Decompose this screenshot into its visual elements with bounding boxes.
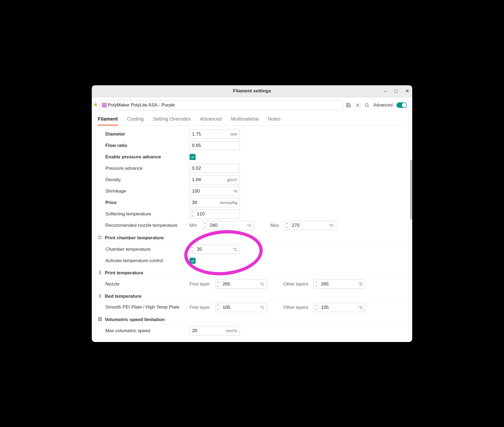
bed-first-input[interactable]: [220, 305, 260, 310]
search-icon[interactable]: [364, 102, 370, 108]
bed-first-field[interactable]: ▲▼ °C: [215, 303, 267, 312]
unit-pct: %: [234, 189, 240, 193]
min-label: Min: [190, 223, 197, 228]
tab-filament[interactable]: Filament: [98, 116, 118, 125]
rec-min-field[interactable]: ▲▼ °C: [202, 221, 254, 230]
price-field[interactable]: money/kg: [190, 198, 240, 207]
diameter-input[interactable]: [190, 131, 231, 137]
nozzle-other-field[interactable]: ▲▼ °C: [314, 280, 365, 289]
price-label: Price: [105, 200, 190, 205]
chamber-temp-label: Chamber temperature: [105, 247, 190, 252]
unit-mm3s: mm³/s: [226, 328, 240, 333]
nozzle-first-spinner[interactable]: ▲▼: [216, 280, 220, 288]
bed-first-spinner[interactable]: ▲▼: [216, 303, 220, 312]
section-print-label: Print temperature: [105, 270, 143, 276]
rec-min-input[interactable]: [207, 223, 247, 228]
nozzle-first-input[interactable]: [220, 281, 260, 287]
nozzle-other-input[interactable]: [319, 281, 358, 287]
section-print-temperature: Print temperature: [97, 270, 407, 278]
tab-notes[interactable]: Notes: [268, 116, 281, 125]
save-icon[interactable]: [346, 102, 351, 108]
max-vol-input[interactable]: [190, 328, 226, 334]
unit-degc: °C: [260, 305, 267, 310]
grid-icon: [97, 317, 103, 323]
enable-pa-label: Enable pressure advance: [105, 154, 190, 160]
shrinkage-label: Shrinkage: [105, 189, 190, 194]
other-layers-label: Other layers: [283, 305, 308, 310]
activate-tc-checkbox[interactable]: [190, 258, 196, 264]
thermometer-icon: [97, 270, 103, 276]
flow-ratio-label: Flow ratio: [105, 143, 190, 148]
diameter-field[interactable]: mm: [190, 130, 240, 139]
unit-degc: °C: [233, 247, 240, 252]
minimize-button[interactable]: –: [382, 88, 388, 94]
other-layers-label: Other layers: [283, 281, 308, 287]
settings-tabs: Filament Cooling Setting Overrides Advan…: [97, 116, 407, 126]
first-layer-label: First layer: [190, 305, 210, 310]
activate-tc-label: Activate temperature control: [105, 258, 190, 263]
nozzle-first-field[interactable]: ▲▼ °C: [215, 280, 267, 289]
softening-input[interactable]: [195, 211, 240, 217]
heat-icon: [97, 235, 103, 241]
max-label: Max: [270, 223, 279, 228]
flow-ratio-field[interactable]: [190, 141, 240, 150]
bed-other-input[interactable]: [319, 305, 358, 310]
section-bed-temperature: Bed temperature: [97, 294, 407, 301]
rec-max-field[interactable]: ▲▼ °C: [285, 221, 336, 230]
tab-cooling[interactable]: Cooling: [127, 116, 144, 125]
tab-setting-overrides[interactable]: Setting Overrides: [153, 116, 191, 125]
tab-multimaterial[interactable]: Multimaterial: [231, 116, 259, 125]
unit-mm: mm: [231, 132, 240, 136]
chamber-spinner[interactable]: ▲▼: [190, 245, 195, 254]
unit-degc: °C: [260, 282, 267, 286]
advanced-label: Advanced: [373, 103, 393, 108]
density-field[interactable]: g/cm³: [190, 175, 240, 184]
shrinkage-field[interactable]: %: [190, 187, 240, 196]
bed-other-spinner[interactable]: ▲▼: [314, 303, 319, 312]
filament-settings-window: Filament settings – □ ✕ PolyMaker PolyLi…: [92, 85, 412, 342]
softening-spinner[interactable]: ▲▼: [190, 210, 195, 218]
nozzle-other-spinner[interactable]: ▲▼: [314, 280, 319, 288]
preset-select[interactable]: PolyMaker PolyLite ASA - Purple: [99, 100, 343, 110]
titlebar: Filament settings – □ ✕: [92, 85, 412, 97]
tab-advanced[interactable]: Advanced: [200, 116, 222, 125]
unlock-icon[interactable]: [93, 102, 98, 108]
pa-label: Pressure advance: [105, 166, 190, 171]
pa-input[interactable]: [190, 166, 240, 171]
unit-moneykg: money/kg: [220, 200, 240, 205]
maximize-button[interactable]: □: [393, 88, 399, 94]
enable-pa-checkbox[interactable]: [190, 154, 196, 160]
delete-icon[interactable]: [355, 102, 360, 108]
svg-point-3: [365, 103, 368, 106]
scrollbar-thumb[interactable]: [410, 160, 412, 219]
chamber-temp-field[interactable]: ▲▼ °C: [190, 245, 240, 254]
rec-max-spinner[interactable]: ▲▼: [285, 221, 290, 230]
softening-label: Softening temperature: [105, 211, 190, 217]
rec-max-input[interactable]: [290, 223, 329, 228]
section-chamber-temperature: Print chamber temperature: [97, 235, 407, 243]
close-button[interactable]: ✕: [404, 88, 410, 94]
unit-degc: °C: [358, 282, 365, 286]
shrinkage-input[interactable]: [190, 189, 234, 194]
preset-name: PolyMaker PolyLite ASA - Purple: [108, 102, 175, 108]
thermometer-icon: [97, 294, 103, 299]
max-vol-field[interactable]: mm³/s: [190, 326, 240, 335]
svg-line-4: [368, 106, 368, 107]
bed-other-field[interactable]: ▲▼ °C: [314, 303, 365, 312]
section-chamber-label: Print chamber temperature: [105, 235, 164, 241]
advanced-toggle[interactable]: [396, 102, 407, 108]
price-input[interactable]: [190, 200, 220, 205]
rec-min-spinner[interactable]: ▲▼: [203, 221, 207, 230]
softening-field[interactable]: ▲▼: [190, 209, 240, 219]
unit-degc: °C: [358, 305, 365, 310]
section-bed-label: Bed temperature: [105, 294, 141, 299]
scrollbar[interactable]: [410, 160, 412, 337]
smooth-pei-label: Smooth PEI Plate / High Temp Plate: [105, 303, 190, 311]
density-input[interactable]: [190, 177, 227, 183]
flow-ratio-input[interactable]: [190, 143, 240, 148]
density-label: Density: [105, 177, 190, 183]
unit-degc: °C: [329, 223, 336, 228]
chamber-temp-input[interactable]: [195, 247, 233, 252]
max-vol-label: Max volumetric speed: [105, 328, 190, 334]
pa-field[interactable]: [190, 164, 240, 173]
